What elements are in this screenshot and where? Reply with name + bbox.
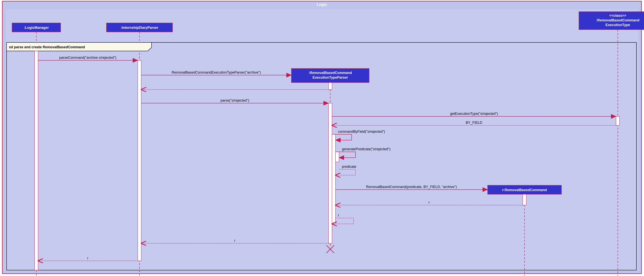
svg-text:getExecutionType("s/rejected"): getExecutionType("s/rejected") [450,112,498,116]
svg-text:BY_FIELD: BY_FIELD [466,121,482,125]
svg-text:RemovalBasedCommandExecutionTy: RemovalBasedCommandExecutionTypeParser("… [172,70,261,74]
svg-text:ExecutionType: ExecutionType [606,23,630,27]
svg-text:sd parse and create RemovalBas: sd parse and create RemovalBasedCommand [9,45,85,49]
activation-parser-create [328,83,332,89]
svg-text:predicate: predicate [342,165,356,169]
svg-text:<<class>>: <<class>> [609,14,626,18]
activation-exectype [616,116,620,125]
svg-text::RemovalBasedCommand: :RemovalBasedCommand [308,71,352,75]
svg-text:r: r [428,200,430,204]
svg-text:parseCommand("archive s/reject: parseCommand("archive s/rejected") [59,56,116,60]
svg-text:generatePredicate("s/rejected": generatePredicate("s/rejected") [342,147,390,151]
logic-title: Logic [317,2,327,7]
svg-text:r: r [234,239,236,242]
activation-parser-gp [336,152,339,162]
activation-parser-parse [328,103,332,243]
svg-text:parse("s/rejected"): parse("s/rejected") [220,98,249,102]
svg-text::InternshipDiaryParser: :InternshipDiaryParser [121,26,158,30]
svg-text:r: r [338,213,339,217]
sequence-diagram: Logic :LogicManager :InternshipDiaryPars… [0,0,644,276]
svg-text:RemovalBasedCommand(predicate,: RemovalBasedCommand(predicate, BY_FIELD,… [366,185,457,189]
svg-text:r:RemovalBasedCommand: r:RemovalBasedCommand [502,188,547,192]
activation-removalcmd [523,194,526,205]
svg-text::LogicManager: :LogicManager [24,26,49,30]
svg-text::RemovalBasedCommand: :RemovalBasedCommand [596,18,639,22]
activation-diaryparser [138,60,141,261]
svg-text:r: r [87,256,88,260]
svg-text:commandByField("s/rejected"): commandByField("s/rejected") [338,130,385,133]
svg-text:ExecutionTypeParser: ExecutionTypeParser [312,76,348,79]
activation-parser-cbf [332,134,336,224]
activation-logicmanager [34,51,38,270]
